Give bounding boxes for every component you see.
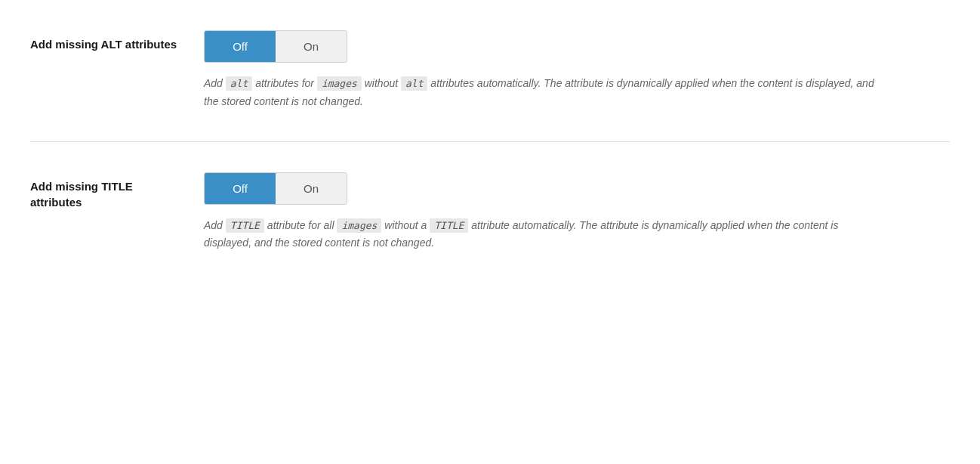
alt-attributes-description: Add alt attributes for images without al… bbox=[204, 75, 883, 111]
alt-toggle-group: Off On bbox=[204, 30, 347, 63]
title-toggle-on-button[interactable]: On bbox=[276, 173, 347, 204]
alt-code-tag-2: alt bbox=[401, 76, 427, 91]
alt-attributes-content: Off On Add alt attributes for images wit… bbox=[204, 30, 950, 111]
title-toggle-off-button[interactable]: Off bbox=[205, 173, 276, 204]
alt-code-tag-1: alt bbox=[226, 76, 252, 91]
title-images-tag: images bbox=[337, 218, 381, 233]
alt-toggle-off-button[interactable]: Off bbox=[205, 31, 276, 62]
alt-toggle-on-button[interactable]: On bbox=[276, 31, 347, 62]
title-attributes-description: Add TITLE attribute for all images witho… bbox=[204, 217, 883, 253]
alt-attributes-row: Add missing ALT attributes Off On Add al… bbox=[30, 0, 950, 142]
alt-images-tag: images bbox=[317, 76, 362, 91]
settings-container: Add missing ALT attributes Off On Add al… bbox=[0, 0, 980, 283]
title-attributes-content: Off On Add TITLE attribute for all image… bbox=[204, 172, 950, 253]
title-toggle-group: Off On bbox=[204, 172, 347, 205]
title-code-tag-1: TITLE bbox=[226, 218, 264, 233]
title-code-tag-2: TITLE bbox=[430, 218, 468, 233]
alt-attributes-label: Add missing ALT attributes bbox=[30, 30, 204, 52]
title-attributes-label: Add missing TITLE attributes bbox=[30, 172, 204, 210]
title-attributes-row: Add missing TITLE attributes Off On Add … bbox=[30, 142, 950, 283]
